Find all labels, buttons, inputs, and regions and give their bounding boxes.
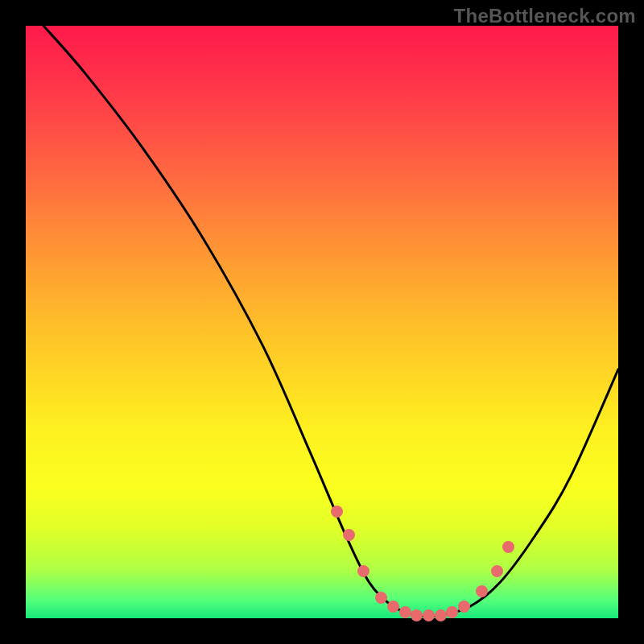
marker-dot xyxy=(458,601,470,613)
chart-frame: TheBottleneck.com xyxy=(0,0,644,644)
marker-dot xyxy=(343,529,355,541)
watermark-text: TheBottleneck.com xyxy=(454,5,636,27)
marker-dot xyxy=(423,609,435,621)
marker-dot xyxy=(387,601,399,613)
curve-svg xyxy=(26,26,618,618)
marker-dot xyxy=(399,606,411,618)
marker-dot xyxy=(331,506,343,518)
marker-dot xyxy=(491,565,503,577)
curve-path xyxy=(43,26,618,617)
marker-dot xyxy=(375,592,387,604)
plot-area xyxy=(26,26,618,618)
marker-dot xyxy=(435,609,447,621)
marker-dot xyxy=(357,565,369,577)
marker-dot xyxy=(411,609,423,621)
